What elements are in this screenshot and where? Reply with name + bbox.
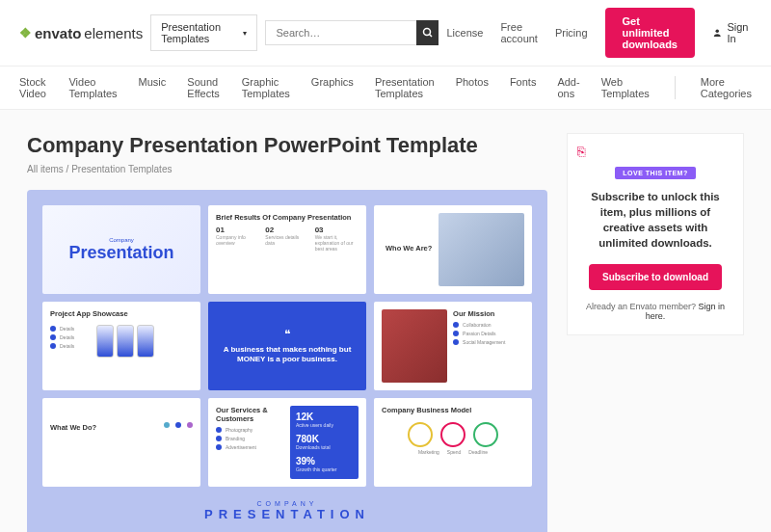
nav-add-ons[interactable]: Add-ons — [557, 76, 579, 99]
nav-web-templates[interactable]: Web Templates — [601, 76, 650, 99]
slide-services: Our Services & Customers Photography Bra… — [208, 398, 366, 487]
slide-brief: Brief Results Of Company Presentation 01… — [208, 205, 366, 294]
main-column: Company Presentation PowerPoint Template… — [27, 133, 547, 532]
breadcrumb: All items / Presentation Templates — [27, 164, 547, 174]
page-title: Company Presentation PowerPoint Template — [27, 133, 547, 158]
preview-brand-footer: COMPANY PRESENTATION — [42, 500, 532, 521]
category-nav: Stock Video Video Templates Music Sound … — [0, 66, 771, 110]
nav-sound-effects[interactable]: Sound Effects — [187, 76, 220, 99]
slide-quote: ❝ A business that makes nothing but MONE… — [208, 302, 366, 390]
nav-photos[interactable]: Photos — [456, 76, 489, 99]
divider — [675, 76, 676, 99]
svg-line-1 — [429, 35, 432, 38]
cta-button[interactable]: Get unlimited downloads — [605, 8, 695, 58]
nav-music[interactable]: Music — [139, 76, 167, 99]
slide-who-we-are: Who We Are? — [374, 205, 532, 294]
top-bar: ❖envatoelements Presentation Templates ▾… — [0, 0, 771, 66]
nav-graphics[interactable]: Graphics — [311, 76, 354, 99]
slide-mission: Our Mission Collaboration Passion Detail… — [374, 302, 532, 390]
bookmark-icon[interactable]: ⎘ — [577, 144, 585, 159]
search-button[interactable] — [416, 20, 439, 45]
nav-graphic-templates[interactable]: Graphic Templates — [242, 76, 290, 99]
signin-note: Already an Envato member? Sign in here. — [581, 302, 730, 321]
slide-business-model: Company Business Model Marketing Spend D… — [374, 398, 532, 487]
svg-point-0 — [423, 29, 430, 36]
category-selector[interactable]: Presentation Templates ▾ — [150, 14, 257, 51]
pricing-link[interactable]: Pricing — [555, 27, 588, 39]
slide-project-showcase: Project App Showcase Details Details Det… — [42, 302, 200, 390]
nav-fonts[interactable]: Fonts — [510, 76, 537, 99]
slides-grid: Company Presentation Brief Results Of Co… — [42, 205, 532, 487]
sidebar: ⎘ LOVE THIS ITEM? Subscribe to unlock th… — [567, 133, 744, 532]
quote-icon: ❝ — [284, 328, 290, 341]
team-photo — [439, 213, 524, 286]
nav-stock-video[interactable]: Stock Video — [19, 76, 47, 99]
free-account-link[interactable]: Free account — [500, 21, 538, 44]
nav-presentation-templates[interactable]: Presentation Templates — [375, 76, 435, 99]
breadcrumb-root[interactable]: All items — [27, 164, 64, 174]
subscribe-card: ⎘ LOVE THIS ITEM? Subscribe to unlock th… — [567, 133, 744, 335]
nav-more-categories[interactable]: More Categories — [701, 76, 752, 99]
page-body: Company Presentation PowerPoint Template… — [0, 110, 771, 532]
signin-button[interactable]: Sign In — [712, 21, 752, 44]
nav-video-templates[interactable]: Video Templates — [68, 76, 117, 99]
preview-board: Company Presentation Brief Results Of Co… — [27, 190, 547, 532]
top-links: License Free account Pricing Get unlimit… — [446, 8, 752, 58]
search-input[interactable] — [265, 20, 415, 45]
mission-image — [382, 309, 447, 383]
svg-point-2 — [715, 30, 718, 33]
leaf-icon: ❖ — [19, 25, 32, 40]
slide-what-we-do: What We Do? — [42, 398, 200, 487]
breadcrumb-leaf[interactable]: Presentation Templates — [71, 164, 172, 174]
slide-hero: Company Presentation — [42, 205, 200, 294]
logo[interactable]: ❖envatoelements — [19, 25, 143, 41]
subscribe-button[interactable]: Subscribe to download — [589, 264, 722, 290]
user-icon — [712, 26, 722, 40]
search-icon — [422, 27, 434, 39]
license-link[interactable]: License — [446, 27, 483, 39]
search-wrap — [265, 20, 439, 45]
subscribe-text: Subscribe to unlock this item, plus mill… — [581, 189, 730, 251]
love-badge: LOVE THIS ITEM? — [615, 167, 695, 179]
chevron-down-icon: ▾ — [243, 29, 247, 38]
